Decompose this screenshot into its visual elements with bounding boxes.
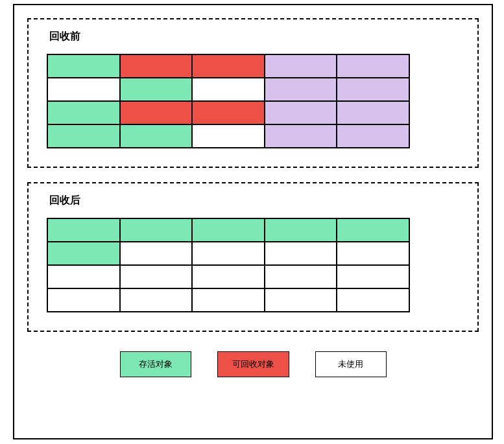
grid-cell xyxy=(120,218,193,242)
after-title: 回收后 xyxy=(47,194,459,207)
grid-cell xyxy=(265,78,337,101)
grid-cell xyxy=(337,78,409,101)
grid-cell xyxy=(120,54,193,78)
grid-cell xyxy=(337,54,409,78)
grid-cell xyxy=(192,101,265,124)
legend: 存活对象 可回收对象 未使用 xyxy=(27,351,479,377)
grid-cell xyxy=(265,124,337,148)
grid-cell xyxy=(120,124,193,148)
grid-cell xyxy=(265,242,337,265)
grid-cell xyxy=(47,218,120,242)
after-section: 回收后 xyxy=(27,182,479,332)
grid-cell xyxy=(47,124,120,148)
grid-cell xyxy=(192,265,265,288)
grid-cell xyxy=(192,242,265,265)
grid-cell xyxy=(265,288,337,312)
grid-cell xyxy=(337,265,409,288)
grid-cell xyxy=(120,288,193,312)
before-grid xyxy=(47,54,410,148)
legend-reclaimable: 可回收对象 xyxy=(217,351,289,377)
grid-cell xyxy=(192,54,265,78)
grid-cell xyxy=(120,265,193,288)
diagram-container: 回收前 回收后 存活对象 可回收对象 未使用 xyxy=(13,4,493,439)
grid-cell xyxy=(265,265,337,288)
grid-cell xyxy=(337,288,409,312)
grid-cell xyxy=(265,218,337,242)
grid-cell xyxy=(192,288,265,312)
grid-cell xyxy=(47,78,120,101)
grid-cell xyxy=(337,124,409,148)
after-grid xyxy=(47,218,410,312)
grid-cell xyxy=(192,218,265,242)
legend-unused: 未使用 xyxy=(315,351,387,377)
legend-alive: 存活对象 xyxy=(120,351,191,377)
grid-cell xyxy=(337,101,409,124)
grid-cell xyxy=(192,124,265,148)
before-title: 回收前 xyxy=(47,30,459,43)
grid-cell xyxy=(120,78,193,101)
grid-cell xyxy=(265,101,337,124)
grid-cell xyxy=(192,78,265,101)
grid-cell xyxy=(337,242,409,265)
before-section: 回收前 xyxy=(27,18,479,168)
grid-cell xyxy=(47,265,120,288)
grid-cell xyxy=(47,101,120,124)
grid-cell xyxy=(47,54,120,78)
grid-cell xyxy=(120,242,193,265)
grid-cell xyxy=(120,101,193,124)
grid-cell xyxy=(47,242,120,265)
grid-cell xyxy=(47,288,120,312)
grid-cell xyxy=(265,54,337,78)
grid-cell xyxy=(337,218,409,242)
